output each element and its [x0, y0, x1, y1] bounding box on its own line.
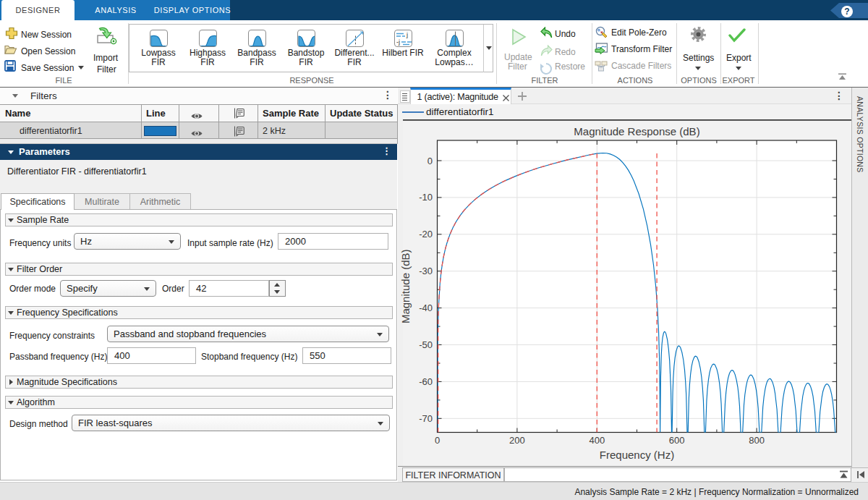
- svg-text:Magnitude (dB): Magnitude (dB): [399, 250, 412, 324]
- svg-text:-30: -30: [419, 266, 433, 276]
- svg-text:Magnitude Response (dB): Magnitude Response (dB): [574, 125, 699, 137]
- svg-text:j: j: [406, 31, 408, 38]
- svg-text:-20: -20: [419, 229, 433, 240]
- svg-text:0: 0: [427, 156, 433, 166]
- svg-text:-60: -60: [419, 376, 433, 387]
- svg-text:200: 200: [509, 435, 525, 446]
- svg-text:Frequency (Hz): Frequency (Hz): [600, 449, 674, 461]
- svg-text:600: 600: [669, 435, 685, 446]
- svg-text:400: 400: [589, 435, 605, 446]
- svg-text:-10: -10: [419, 192, 433, 203]
- svg-text:-50: -50: [419, 339, 433, 350]
- svg-text:-70: -70: [419, 413, 433, 424]
- svg-text:-j: -j: [396, 38, 400, 46]
- svg-text:800: 800: [749, 435, 765, 446]
- svg-text:0: 0: [435, 435, 440, 446]
- svg-text:-40: -40: [419, 302, 433, 313]
